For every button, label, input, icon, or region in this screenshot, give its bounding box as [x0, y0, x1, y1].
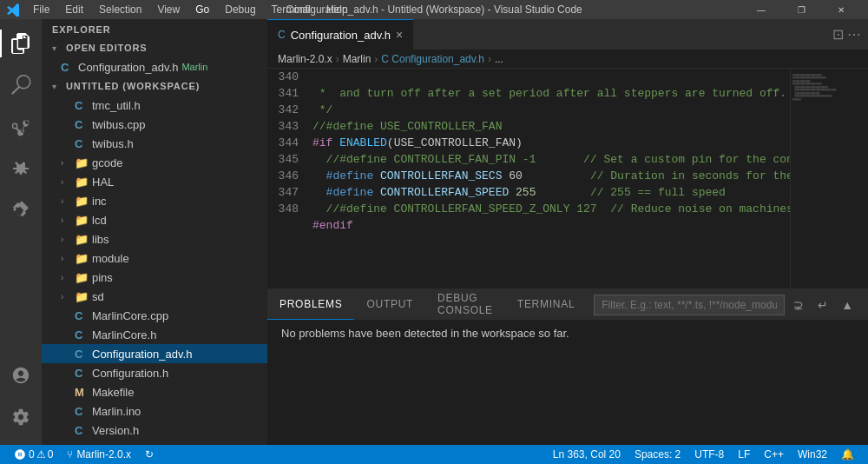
statusbar-line-ending[interactable]: LF: [731, 445, 757, 464]
open-editors-section[interactable]: ▾ OPEN EDITORS: [42, 38, 267, 57]
marlin-ino-name: Marlin.ino: [92, 405, 141, 418]
statusbar-encoding[interactable]: UTF-8: [687, 445, 731, 464]
twibus-h-name: twibus.h: [92, 137, 134, 150]
marlincore-h-name: MarlinCore.h: [92, 328, 156, 341]
sd-arrow: ›: [61, 292, 75, 302]
config-h-icon: C: [75, 367, 89, 380]
tree-item-sd[interactable]: › 📁 sd: [42, 287, 267, 306]
panel-tab-terminal[interactable]: TERMINAL: [505, 289, 587, 320]
file-tree: ▾ OPEN EDITORS C Configuration_adv.h Mar…: [42, 38, 267, 445]
activity-settings-icon[interactable]: [0, 396, 42, 438]
menu-view[interactable]: View: [150, 2, 187, 17]
tree-item-marlincore-cpp[interactable]: C MarlinCore.cpp: [42, 306, 267, 325]
version-h-icon: C: [75, 424, 89, 437]
statusbar-sync[interactable]: ↻: [138, 445, 161, 464]
code-editor[interactable]: 340 341 342 343 344 345 346 347 348 * an…: [267, 69, 868, 288]
tree-item-twibus-cpp[interactable]: C twibus.cpp: [42, 115, 267, 134]
statusbar-platform[interactable]: Win32: [791, 445, 834, 464]
titlebar-maximize-button[interactable]: ❐: [781, 0, 821, 19]
panel-close-icon[interactable]: ✕: [861, 295, 868, 315]
activity-debug-icon[interactable]: [0, 148, 42, 189]
pins-icon: 📁: [75, 271, 89, 284]
panel-collapse-icon[interactable]: ▲: [837, 295, 858, 315]
c-file-icon: C: [61, 61, 75, 74]
tree-item-module[interactable]: › 📁 module: [42, 249, 267, 268]
twibus-cpp-icon: C: [75, 118, 89, 131]
tab-c-icon: C: [278, 29, 286, 41]
tree-item-makefile[interactable]: M Makefile: [42, 382, 267, 401]
tab-close-icon[interactable]: ×: [396, 28, 403, 42]
titlebar-minimize-button[interactable]: —: [741, 0, 781, 19]
inc-icon: 📁: [75, 195, 89, 208]
activity-bar: [0, 19, 42, 445]
breadcrumb-sep-2: ›: [374, 53, 378, 65]
panel-tabs-left: PROBLEMS OUTPUT DEBUG CONSOLE TERMINAL: [267, 289, 587, 320]
menu-go[interactable]: Go: [188, 2, 216, 17]
version-h-name: Version.h: [92, 424, 139, 437]
tree-item-tmc[interactable]: C tmc_util.h: [42, 96, 267, 115]
statusbar-spaces[interactable]: Spaces: 2: [628, 445, 687, 464]
activity-account-icon[interactable]: [0, 355, 42, 396]
tree-item-marlincore-h[interactable]: C MarlinCore.h: [42, 325, 267, 344]
menu-debug[interactable]: Debug: [218, 2, 262, 17]
panel-tab-problems[interactable]: PROBLEMS: [267, 289, 354, 320]
tree-item-twibus-h[interactable]: C twibus.h: [42, 134, 267, 153]
panel-wrap-icon[interactable]: ↵: [812, 295, 833, 315]
activity-search-icon[interactable]: [0, 64, 42, 106]
open-editor-item[interactable]: C Configuration_adv.h Marlin: [42, 57, 267, 76]
breadcrumb-root[interactable]: Marlin-2.0.x: [278, 53, 332, 65]
titlebar-title: Configuration_adv.h - Untitled (Workspac…: [286, 3, 582, 16]
tree-item-pins[interactable]: › 📁 pins: [42, 268, 267, 287]
activity-extensions-icon[interactable]: [0, 189, 42, 231]
tree-item-gcode[interactable]: › 📁 gcode: [42, 153, 267, 172]
breadcrumb-symbol[interactable]: ...: [495, 53, 503, 65]
breadcrumb-marlin[interactable]: Marlin: [343, 53, 372, 65]
activity-explorer-icon[interactable]: [0, 23, 42, 64]
config-h-name: Configuration.h: [92, 367, 168, 380]
editor-tab-config-adv[interactable]: C Configuration_adv.h ×: [267, 19, 413, 50]
hal-arrow: ›: [61, 177, 75, 187]
module-icon: 📁: [75, 252, 89, 265]
menu-edit[interactable]: Edit: [58, 2, 90, 17]
git-branch-icon: ⑂: [67, 448, 73, 461]
tree-item-version-h[interactable]: C Version.h: [42, 421, 267, 440]
panel-filter-icon[interactable]: ⊋: [788, 295, 809, 315]
statusbar-notification[interactable]: 🔔: [834, 445, 861, 464]
statusbar-position[interactable]: Ln 363, Col 20: [546, 445, 628, 464]
panel-filter-input[interactable]: [594, 295, 785, 315]
editor-main: 340 341 342 343 344 345 346 347 348 * an…: [267, 69, 868, 445]
minimap-content: ████████████████████████████ ███████████…: [791, 69, 868, 106]
menu-file[interactable]: File: [26, 2, 56, 17]
activity-git-icon[interactable]: [0, 106, 42, 148]
statusbar-notification-icon: 🔔: [841, 448, 854, 461]
titlebar-close-button[interactable]: ✕: [821, 0, 861, 19]
tree-item-inc[interactable]: › 📁 inc: [42, 191, 267, 210]
libs-arrow: ›: [61, 235, 75, 244]
panel-tab-debug-console[interactable]: DEBUG CONSOLE: [425, 289, 505, 320]
twibus-cpp-name: twibus.cpp: [92, 118, 145, 131]
tree-item-hal[interactable]: › 📁 HAL: [42, 172, 267, 191]
makefile-icon: M: [75, 386, 89, 399]
tree-item-libs[interactable]: › 📁 libs: [42, 229, 267, 249]
workspace-section[interactable]: ▾ UNTITLED (WORKSPACE): [42, 76, 267, 96]
tree-item-marlin-ino[interactable]: C Marlin.ino: [42, 401, 267, 421]
tree-item-config-h[interactable]: C Configuration.h: [42, 363, 267, 382]
split-editor-icon[interactable]: ⊡: [832, 26, 844, 43]
breadcrumb-file[interactable]: C Configuration_adv.h: [381, 53, 484, 65]
statusbar-language[interactable]: C++: [757, 445, 791, 464]
breadcrumb: Marlin-2.0.x › Marlin › C Configuration_…: [267, 50, 868, 69]
statusbar-line-ending-text: LF: [738, 448, 750, 461]
sidebar-explorer-label[interactable]: EXPLORER: [42, 19, 267, 38]
panel-content: No problems have been detected in the wo…: [267, 320, 868, 445]
panel-tab-output[interactable]: OUTPUT: [354, 289, 425, 320]
code-content[interactable]: * and turn off after a set period after …: [306, 69, 790, 288]
statusbar-remote-icon[interactable]: 0 ⚠ 0: [7, 445, 60, 464]
statusbar-branch[interactable]: ⑂ Marlin-2.0.x: [60, 445, 138, 464]
more-actions-icon[interactable]: ⋯: [847, 26, 861, 43]
tree-item-lcd[interactable]: › 📁 lcd: [42, 210, 267, 229]
panel: PROBLEMS OUTPUT DEBUG CONSOLE TERMINAL ⊋…: [267, 288, 868, 445]
menu-selection[interactable]: Selection: [92, 2, 148, 17]
hal-icon: 📁: [75, 176, 89, 189]
line-numbers: 340 341 342 343 344 345 346 347 348: [267, 69, 306, 288]
tree-item-config-adv[interactable]: C Configuration_adv.h: [42, 344, 267, 363]
